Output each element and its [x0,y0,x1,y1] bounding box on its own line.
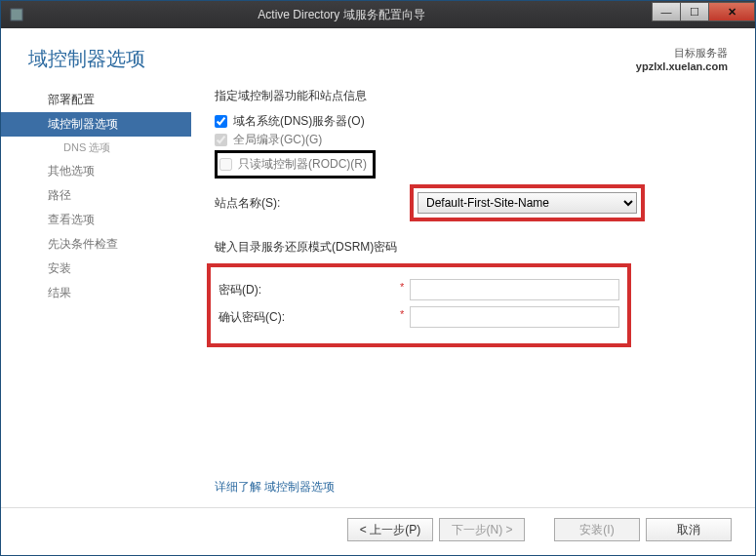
site-select-highlight: Default-First-Site-Name [410,184,645,221]
target-server-value: ypzlxl.xuelan.com [636,60,728,72]
rodc-checkbox-row: 只读域控制器(RODC)(R) [219,155,367,174]
sidebar-item-review[interactable]: 查看选项 [1,208,191,232]
form-panel: 指定域控制器功能和站点信息 域名系统(DNS)服务器(O) 全局编录(GC)(G… [191,84,755,507]
rodc-checkbox [219,158,232,171]
minimize-button[interactable]: — [652,2,681,21]
prev-button[interactable]: < 上一步(P) [347,518,433,541]
rodc-checkbox-label: 只读域控制器(RODC)(R) [238,156,367,173]
dns-checkbox-label: 域名系统(DNS)服务器(O) [233,113,365,130]
site-row: 站点名称(S): Default-First-Site-Name [215,184,726,221]
sidebar-item-results[interactable]: 结果 [1,281,191,305]
sidebar-item-dc-options[interactable]: 域控制器选项 [1,112,191,137]
wizard-window: Active Directory 域服务配置向导 — ☐ ✕ 域控制器选项 目标… [0,0,756,556]
sidebar-item-paths[interactable]: 路径 [1,183,191,208]
titlebar: Active Directory 域服务配置向导 — ☐ ✕ [1,1,755,28]
main-area: 部署配置 域控制器选项 DNS 选项 其他选项 路径 查看选项 先决条件检查 安… [1,84,755,507]
more-info-area: 详细了解 域控制器选项 [215,479,335,496]
content-area: 域控制器选项 目标服务器 ypzlxl.xuelan.com 部署配置 域控制器… [1,28,755,555]
cancel-button[interactable]: 取消 [646,518,732,541]
password-highlight-box: 密码(D): * 确认密码(C): * [207,263,631,347]
sidebar-item-other[interactable]: 其他选项 [1,159,191,183]
password-input[interactable] [410,279,619,300]
svg-rect-0 [11,9,22,20]
footer: < 上一步(P) 下一步(N) > 安装(I) 取消 [1,507,755,555]
page-title: 域控制器选项 [28,46,145,72]
password-section: 键入目录服务还原模式(DSRM)密码 密码(D): * 确认密码(C): [215,239,726,347]
more-info-link[interactable]: 域控制器选项 [264,480,335,494]
dns-checkbox-row[interactable]: 域名系统(DNS)服务器(O) [215,112,726,131]
more-info-prefix: 详细了解 [215,480,264,494]
target-server-label: 目标服务器 [636,46,728,60]
rodc-highlight-box: 只读域控制器(RODC)(R) [215,150,376,179]
header-area: 域控制器选项 目标服务器 ypzlxl.xuelan.com [1,28,755,84]
target-server-info: 目标服务器 ypzlxl.xuelan.com [636,46,728,72]
gc-checkbox-label: 全局编录(GC)(G) [233,132,322,148]
close-button[interactable]: ✕ [708,2,755,21]
gc-checkbox [215,134,227,146]
section-capabilities-label: 指定域控制器功能和站点信息 [215,88,726,104]
password-label: 密码(D): [219,282,410,298]
sidebar-item-deployment[interactable]: 部署配置 [1,88,191,112]
next-button: 下一步(N) > [439,518,525,541]
required-asterisk-icon: * [400,308,404,320]
sidebar: 部署配置 域控制器选项 DNS 选项 其他选项 路径 查看选项 先决条件检查 安… [1,84,191,507]
password-row: 密码(D): * [219,279,619,300]
confirm-row: 确认密码(C): * [219,306,619,328]
dns-checkbox[interactable] [215,115,227,128]
site-label: 站点名称(S): [215,195,410,212]
install-button: 安装(I) [554,518,640,541]
gc-checkbox-row: 全局编录(GC)(G) [215,131,726,149]
window-title: Active Directory 域服务配置向导 [30,7,653,23]
site-select[interactable]: Default-First-Site-Name [418,192,637,214]
sidebar-item-prereq[interactable]: 先决条件检查 [1,232,191,257]
confirm-input[interactable] [410,306,619,328]
section-dsrm-label: 键入目录服务还原模式(DSRM)密码 [215,239,726,256]
confirm-label: 确认密码(C): [219,309,410,326]
sidebar-item-install[interactable]: 安装 [1,257,191,281]
app-icon [9,7,24,22]
required-asterisk-icon: * [400,281,404,293]
maximize-button[interactable]: ☐ [680,2,709,21]
window-controls: — ☐ ✕ [653,2,755,23]
sidebar-item-dns-options[interactable]: DNS 选项 [1,137,191,159]
